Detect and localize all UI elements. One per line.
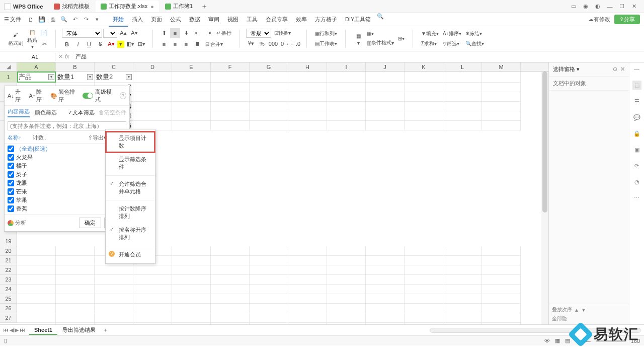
cell[interactable] [211,256,250,265]
cell[interactable] [17,304,56,313]
percent-icon[interactable]: % [257,39,267,49]
zoom-eye-icon[interactable]: 👁 [544,338,550,344]
cell[interactable] [133,111,172,121]
sheet-tab-export[interactable]: 导出筛选结果 [57,325,101,335]
item-checkbox[interactable] [8,205,14,212]
cell[interactable] [443,121,482,130]
close-pane-icon[interactable]: ✕ [620,66,625,73]
down-icon[interactable]: ▼ [581,307,586,313]
cell[interactable] [443,323,482,324]
cell[interactable] [366,92,405,102]
preview-icon[interactable]: 🔍 [60,16,68,24]
cell[interactable] [172,323,211,324]
cell[interactable] [327,265,366,275]
help-icon[interactable]: ? [120,92,126,99]
cell[interactable] [133,102,172,111]
cell[interactable] [17,285,56,294]
more-icon[interactable]: ▾ [93,16,101,24]
cell[interactable] [95,265,133,275]
cell[interactable] [250,111,288,121]
cell[interactable] [211,246,250,256]
cell[interactable] [133,72,172,83]
cell[interactable] [17,275,56,285]
col-count-header[interactable]: 计数↓ [33,134,58,142]
cell[interactable] [327,111,366,121]
col-name-header[interactable]: 名称↑ [8,134,33,142]
cell[interactable] [95,275,133,285]
ok-button[interactable]: 确定 [79,218,101,228]
cell-C1[interactable]: 数量2▾ [95,72,133,83]
select-all-link[interactable]: （全选|反选） [16,145,51,153]
cell[interactable] [172,256,211,265]
cell[interactable] [327,72,366,83]
cell[interactable] [327,256,366,265]
freeze-button[interactable]: ❄冻结▾ [463,29,486,38]
cell[interactable] [211,323,250,324]
cell[interactable] [482,121,521,130]
cell[interactable] [172,313,211,323]
font-name-select[interactable]: 宋体 [62,29,102,38]
cell[interactable] [482,246,521,256]
view-page-icon[interactable]: ▤ [565,337,570,344]
align-left-icon[interactable]: ≡ [159,39,169,49]
copy-icon[interactable]: 📄 [39,28,49,38]
add-sheet-button[interactable]: ＋ [103,326,108,334]
tab-tools[interactable]: 工具 [243,13,262,27]
item-checkbox[interactable] [8,163,14,169]
properties-icon[interactable]: ☰ [632,97,641,106]
paste-button[interactable]: 📋粘贴▾ [25,27,39,50]
select-all-checkbox[interactable] [8,146,14,152]
next-sheet-icon[interactable]: ▶ [15,327,19,333]
cube-icon[interactable]: ◉ [580,2,592,12]
decrease-font-icon[interactable]: A▾ [129,28,139,38]
cell[interactable] [443,304,482,313]
cell[interactable] [443,102,482,111]
cell[interactable] [172,265,211,275]
cell[interactable] [327,313,366,323]
cell[interactable] [327,246,366,256]
cell[interactable] [482,294,521,304]
cell[interactable] [133,313,172,323]
cell[interactable] [443,294,482,304]
menu-show-count[interactable]: 显示项目计数 [106,131,155,153]
cell[interactable] [443,92,482,102]
export-button[interactable]: ⇪导出▾ [88,134,107,142]
align-center-icon[interactable]: ≡ [170,39,180,49]
cell[interactable] [56,265,95,275]
tab-workbook-1[interactable]: 工作簿数量.xlsx ● [96,1,159,12]
col-H[interactable]: H [288,62,327,71]
cell[interactable] [211,121,250,130]
row-21[interactable]: 21 [0,256,17,265]
cell[interactable] [250,102,288,111]
cell[interactable] [443,313,482,323]
cell[interactable] [443,246,482,256]
cell[interactable] [405,72,443,83]
print-icon[interactable]: 🖶 [49,16,57,24]
cell-format-button[interactable]: ⊞▾ [396,35,407,42]
cell[interactable] [172,294,211,304]
cell[interactable] [250,294,288,304]
col-L[interactable]: L [443,62,482,71]
cell-B1[interactable]: 数量1▾ [56,72,95,83]
sum-button[interactable]: Σ求和▾ [419,39,441,48]
menu-show-cond[interactable]: 显示筛选条件 [106,153,155,174]
fill-button[interactable]: ▼填充▾ [419,29,441,38]
format-painter-button[interactable]: 🖌格式刷 [6,30,25,48]
cell[interactable] [366,313,405,323]
row-23[interactable]: 23 [0,275,17,285]
filter-arrow-icon[interactable]: ▾ [87,74,93,80]
new-icon[interactable]: 🗋 [27,16,35,24]
cell[interactable] [366,246,405,256]
tab-diy[interactable]: DIY工具箱 [341,13,375,27]
cell[interactable] [133,294,172,304]
cell[interactable] [443,83,482,92]
cell[interactable] [366,323,405,324]
cell[interactable] [17,313,56,323]
cell[interactable] [482,111,521,121]
comma-icon[interactable]: 000 [268,39,278,49]
cell[interactable] [95,313,133,323]
cell[interactable] [133,285,172,294]
cell[interactable] [250,121,288,130]
merge-button[interactable]: ⊟合并▾ [203,40,225,49]
cell[interactable] [288,304,327,313]
